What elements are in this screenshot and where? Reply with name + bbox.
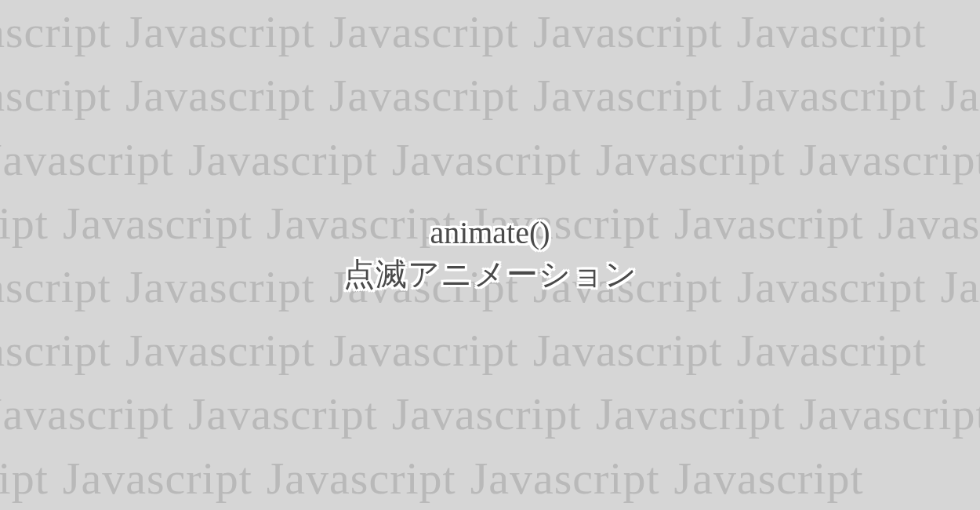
- background-word: Javascript: [392, 388, 582, 439]
- background-word: Javascript: [533, 70, 723, 121]
- background-row: JavascriptJavascriptJavascriptJavascript…: [0, 0, 980, 64]
- background-word: Javascript: [596, 388, 786, 439]
- background-word: Javascript: [737, 70, 927, 121]
- center-title: animate() 点滅アニメーション: [343, 214, 637, 296]
- background-word: Javascript: [878, 198, 980, 249]
- background-word: Javascript: [0, 325, 111, 376]
- background-word: Javascript: [0, 198, 49, 249]
- background-word: Javascript: [737, 325, 927, 376]
- background-word: Javascript: [0, 134, 174, 185]
- background-word: Javascript: [125, 70, 315, 121]
- background-word: Javascript: [941, 261, 980, 312]
- background-word: Javascript: [188, 388, 378, 439]
- background-word: Javascript: [267, 453, 456, 504]
- background-word: Javascript: [0, 70, 111, 121]
- background-word: Javascript: [329, 70, 519, 121]
- background-word: Javascript: [533, 325, 723, 376]
- background-word: Javascript: [674, 453, 864, 504]
- background-word: Javascript: [125, 6, 315, 57]
- background-word: Javascript: [329, 6, 519, 57]
- background-word: Javascript: [125, 261, 315, 312]
- background-word: Javascript: [800, 134, 980, 185]
- background-row: JavascriptJavascriptJavascriptJavascript…: [0, 382, 980, 446]
- background-word: Javascript: [470, 453, 660, 504]
- background-word: Javascript: [188, 134, 378, 185]
- background-word: Javascript: [941, 70, 980, 121]
- background-word: Javascript: [0, 6, 111, 57]
- background-row: JavascriptJavascriptJavascriptJavascript…: [0, 128, 980, 191]
- background-row: JavascriptJavascriptJavascriptJavascript…: [0, 319, 980, 382]
- background-word: Javascript: [596, 134, 786, 185]
- background-word: Javascript: [800, 388, 980, 439]
- background-word: Javascript: [329, 325, 519, 376]
- background-word: Javascript: [0, 261, 111, 312]
- background-word: Javascript: [533, 6, 723, 57]
- background-row: JavascriptJavascriptJavascriptJavascript…: [0, 64, 980, 127]
- title-line-2: 点滅アニメーション: [343, 253, 637, 296]
- background-word: Javascript: [737, 6, 927, 57]
- background-word: Javascript: [63, 453, 252, 504]
- background-word: Javascript: [125, 325, 315, 376]
- background-word: Javascript: [63, 198, 252, 249]
- background-word: Javascript: [392, 134, 582, 185]
- title-line-1: animate(): [343, 214, 637, 251]
- background-word: Javascript: [0, 388, 174, 439]
- background-row: JavascriptJavascriptJavascriptJavascript…: [0, 446, 980, 510]
- background-word: Javascript: [737, 261, 927, 312]
- background-word: Javascript: [674, 198, 864, 249]
- background-word: Javascript: [0, 453, 49, 504]
